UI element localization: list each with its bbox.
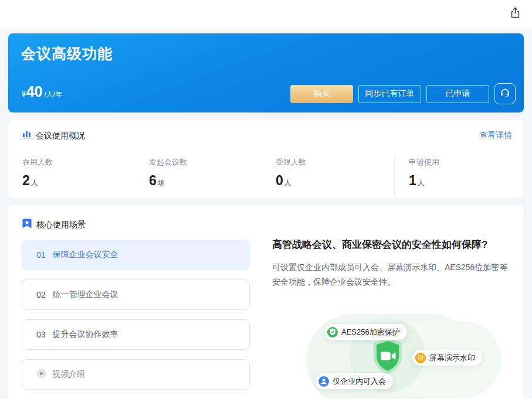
scenario-detail-description: 可设置仅企业内部成员可入会、屏幕演示水印、AES256位加密等安全功能，保障企业…	[272, 260, 516, 289]
support-button[interactable]	[494, 83, 516, 104]
badge-label: AES256加密保护	[341, 327, 400, 337]
core-scenarios-card: 核心使用场景 01 保障企业会议安全 02 统一管理企业会议 03 提升会议协作…	[8, 205, 524, 399]
badge-screen-watermark: 印 屏幕演示水印	[412, 350, 482, 366]
view-details-link[interactable]: 查看详情	[479, 130, 512, 141]
scenario-item-number: 02	[36, 290, 46, 299]
stamp-seal-icon: 印	[415, 353, 426, 363]
play-icon	[36, 369, 46, 380]
stat-label: 在用人数	[22, 157, 53, 168]
stat-unit: 人	[284, 178, 292, 188]
stat-unit: 场	[158, 178, 165, 188]
scenario-item-2[interactable]: 02 统一管理企业会议	[22, 279, 250, 310]
stat-label: 受限人数	[276, 157, 306, 168]
badge-label: 仅企业内可入会	[333, 376, 386, 387]
scenarios-card-header: 核心使用场景	[22, 219, 86, 231]
stat-unit: 人	[31, 178, 38, 188]
video-intro-label: 视频介绍	[52, 369, 85, 380]
usage-card-title: 会议使用概况	[36, 131, 85, 141]
usage-card-header: 会议使用概况	[22, 130, 85, 141]
sync-orders-button[interactable]: 同步已有订单	[358, 85, 421, 103]
scenario-item-number: 01	[36, 250, 46, 260]
scenario-item-1[interactable]: 01 保障企业会议安全	[22, 240, 250, 270]
page: 会议高级功能 ¥ 40 /人/年 购买 同步已有订单 已申请	[0, 0, 532, 399]
product-banner: 会议高级功能 ¥ 40 /人/年 购买 同步已有订单 已申请	[8, 33, 524, 112]
stat-value: 6	[149, 173, 157, 189]
stat-meetings-started: 发起会议数 6 场	[149, 157, 187, 189]
bookmark-star-icon	[22, 219, 32, 231]
security-illustration: AES256加密保护 印 屏幕演示水印 仅企业内可入会	[272, 305, 519, 399]
price-currency: ¥	[22, 90, 26, 98]
stat-apply-usage: 申请使用 1 人	[409, 157, 439, 189]
price: ¥ 40 /人/年	[22, 84, 62, 100]
bar-chart-icon	[22, 130, 31, 141]
stat-value: 0	[276, 173, 283, 189]
page-title: 会议高级功能	[21, 44, 113, 63]
stat-active-users: 在用人数 2 人	[22, 157, 53, 189]
applied-button[interactable]: 已申请	[426, 85, 489, 103]
badge-aes256-encryption: AES256加密保护	[324, 324, 407, 340]
banner-actions: 购买 同步已有订单 已申请	[290, 83, 516, 104]
scenario-item-label: 保障企业会议安全	[53, 250, 118, 260]
badge-internal-members-only: 仅企业内可入会	[316, 373, 393, 389]
scenario-item-3[interactable]: 03 提升会议协作效率	[22, 319, 250, 350]
share-button[interactable]	[507, 6, 523, 21]
stat-restricted-users: 受限人数 0 人	[276, 157, 306, 189]
top-bar	[0, 0, 532, 27]
top-bar-shadow	[0, 27, 532, 33]
buy-button[interactable]: 购买	[290, 85, 353, 103]
scenario-item-label: 提升会议协作效率	[53, 329, 118, 340]
scenario-item-number: 03	[36, 330, 46, 339]
video-intro-item[interactable]: 视频介绍	[22, 359, 250, 390]
stat-divider	[394, 156, 395, 196]
stat-unit: 人	[418, 178, 425, 188]
headset-icon	[499, 87, 511, 101]
shield-check-icon	[327, 327, 338, 337]
stat-label: 申请使用	[409, 157, 439, 168]
stat-label: 发起会议数	[149, 157, 187, 168]
person-icon	[318, 376, 329, 387]
scenario-item-label: 统一管理企业会议	[53, 289, 118, 300]
usage-overview-card: 会议使用概况 查看详情 在用人数 2 人 发起会议数 6 场 受限人数 0 人	[8, 120, 524, 198]
share-icon	[509, 6, 521, 21]
stat-value: 2	[22, 173, 30, 189]
stat-value: 1	[409, 173, 416, 189]
price-amount: 40	[26, 84, 43, 99]
shield-video-camera-icon	[371, 337, 405, 375]
scenarios-card-title: 核心使用场景	[36, 220, 86, 230]
badge-label: 屏幕演示水印	[429, 353, 475, 363]
scenario-detail-heading: 高管战略会议、商业保密会议的安全性如何保障?	[272, 238, 519, 251]
price-unit: /人/年	[45, 90, 63, 100]
